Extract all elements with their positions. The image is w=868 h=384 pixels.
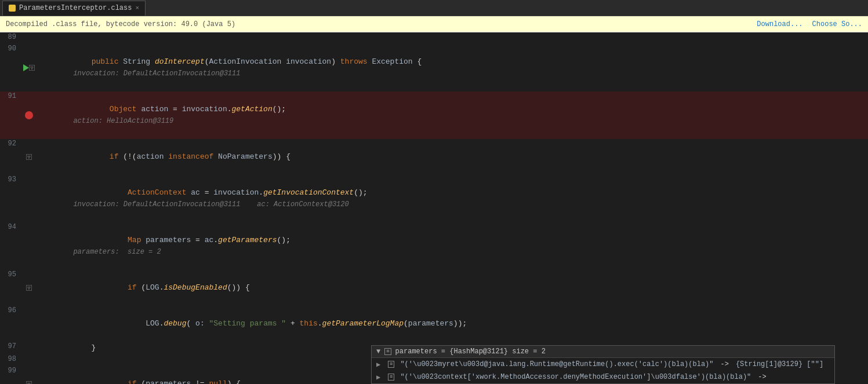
class-file-icon	[9, 5, 16, 12]
code-line-89: 89	[0, 32, 868, 44]
row-var-icon-1: ≡	[388, 374, 394, 381]
code-line-95: 95 ▽ if (LOG.isDebugEnabled()) {	[0, 270, 868, 306]
code-editor: 89 90 ▽ public String doIntercept(Action…	[0, 32, 868, 384]
fold-icon-95[interactable]: ▽	[26, 285, 32, 291]
fold-icon-92[interactable]: ▽	[26, 154, 32, 160]
row-arrow-0: ->	[721, 360, 729, 368]
code-line-92: 92 ▽ if (!(action instanceof NoParameter…	[0, 139, 868, 175]
download-link[interactable]: Download...	[757, 20, 802, 28]
row-key-1: "('\u0023context['xwork.MethodAccessor.d…	[400, 373, 751, 381]
execution-arrow-icon	[23, 64, 29, 71]
row-key-0: "('\u0023myret\u003d@java.lang.Runtime@g…	[400, 360, 713, 368]
fold-icon-99[interactable]: ▽	[26, 381, 32, 384]
tooltip-row-0[interactable]: ▶ ≡ "('\u0023myret\u003d@java.lang.Runti…	[372, 358, 834, 371]
row-expand-arrow-1[interactable]: ▶	[376, 373, 384, 382]
close-tab-button[interactable]: ×	[135, 5, 139, 12]
tooltip-header: ▼ ≡ parameters = {HashMap@3121} size = 2	[372, 346, 834, 358]
row-expand-arrow-0[interactable]: ▶	[376, 360, 384, 369]
row-value-0: {String[1]@3129} [""]	[736, 360, 823, 368]
code-line-90: 90 ▽ public String doIntercept(ActionInv…	[0, 44, 868, 92]
tab-label: ParametersInterceptor.class	[19, 4, 132, 12]
tab-bar: ParametersInterceptor.class ×	[0, 0, 868, 16]
code-line-96: 96 LOG.debug( o: "Setting params " + thi…	[0, 306, 868, 342]
row-arrow-1: ->	[758, 373, 766, 381]
variables-tooltip: ▼ ≡ parameters = {HashMap@3121} size = 2…	[371, 345, 835, 384]
breakpoint-icon	[25, 111, 33, 119]
expand-arrow-down[interactable]: ▼	[376, 348, 380, 356]
row-var-icon-0: ≡	[388, 361, 394, 368]
tooltip-title: parameters = {HashMap@3121} size = 2	[395, 348, 546, 356]
main-container: ParametersInterceptor.class × Decompiled…	[0, 0, 868, 384]
tooltip-row-1[interactable]: ▶ ≡ "('\u0023context['xwork.MethodAccess…	[372, 371, 834, 383]
code-line-94: 94 Map parameters = ac.getParameters(); …	[0, 222, 868, 270]
var-icon-map: ≡	[384, 348, 391, 355]
code-line-93: 93 ActionContext ac = invocation.getInvo…	[0, 175, 868, 222]
file-tab[interactable]: ParametersInterceptor.class ×	[2, 1, 146, 16]
decompile-message: Decompiled .class file, bytecode version…	[6, 20, 235, 28]
info-actions: Download... Choose So...	[757, 20, 862, 28]
fold-icon[interactable]: ▽	[29, 65, 35, 71]
info-bar: Decompiled .class file, bytecode version…	[0, 16, 868, 32]
choose-source-link[interactable]: Choose So...	[812, 20, 862, 28]
code-line-91: 91 Object action = invocation.getAction(…	[0, 92, 868, 139]
